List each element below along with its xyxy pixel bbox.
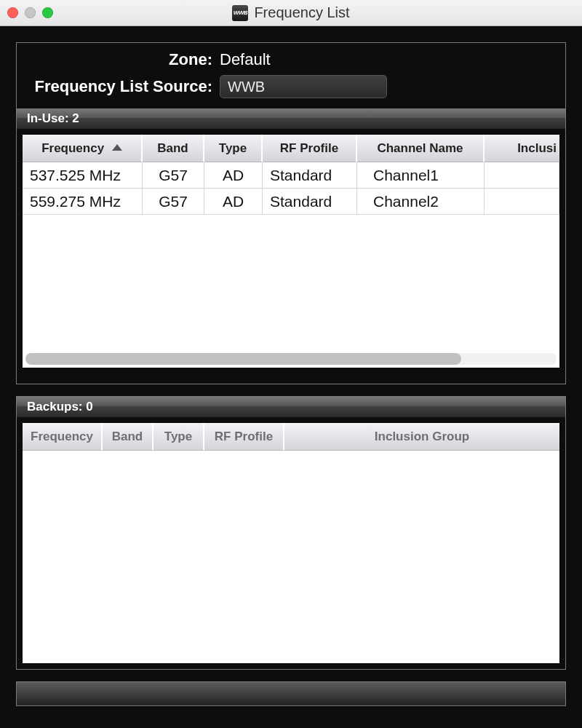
backups-table: Frequency Band Type RF Profile Inclusion… [23, 423, 559, 451]
col-band[interactable]: Band [143, 135, 204, 162]
cell-type: AD [204, 189, 263, 215]
minimize-window-icon[interactable] [25, 7, 36, 18]
table-row[interactable]: 559.275 MHz G57 AD Standard Channel2 [23, 189, 559, 215]
cell-band: G57 [143, 162, 204, 189]
cell-band: G57 [143, 189, 204, 215]
zone-label: Zone: [27, 50, 220, 69]
table-row[interactable]: 537.525 MHz G57 AD Standard Channel1 [23, 162, 559, 189]
window-title: Frequency List [254, 4, 349, 21]
horizontal-scrollbar[interactable] [25, 353, 557, 365]
in-use-table-wrap: Frequency Band Type RF Profile Channel N… [23, 135, 559, 368]
bottom-bar [16, 681, 566, 706]
backups-panel: Backups: 0 Frequency Band Type RF Profil… [16, 396, 566, 670]
cell-frequency: 537.525 MHz [23, 162, 143, 189]
title-bar: WWB Frequency List [0, 0, 582, 26]
traffic-lights [7, 7, 53, 18]
app-icon: WWB [232, 5, 248, 21]
cell-channel-name: Channel2 [357, 189, 485, 215]
bcol-band[interactable]: Band [103, 423, 154, 451]
col-type[interactable]: Type [204, 135, 263, 162]
close-window-icon[interactable] [7, 7, 18, 18]
cell-rf-profile: Standard [263, 162, 357, 189]
cell-type: AD [204, 162, 263, 189]
zoom-window-icon[interactable] [42, 7, 53, 18]
backups-section-header: Backups: 0 [17, 397, 565, 417]
col-frequency[interactable]: Frequency [23, 135, 143, 162]
bcol-inclusion-group[interactable]: Inclusion Group [284, 423, 559, 451]
freq-source-label: Frequency List Source: [27, 77, 220, 96]
in-use-section-header: In-Use: 2 [17, 108, 565, 129]
bcol-frequency[interactable]: Frequency [23, 423, 103, 451]
zone-value: Default [220, 50, 271, 69]
in-use-table: Frequency Band Type RF Profile Channel N… [23, 135, 559, 215]
bcol-rf-profile[interactable]: RF Profile [204, 423, 284, 451]
backups-empty-area [23, 451, 559, 654]
col-channel-name[interactable]: Channel Name [357, 135, 485, 162]
in-use-panel: Zone: Default Frequency List Source: WWB… [16, 42, 566, 384]
bcol-type[interactable]: Type [154, 423, 204, 451]
cell-channel-name: Channel1 [357, 162, 485, 189]
freq-source-select[interactable]: WWB [220, 75, 387, 98]
cell-rf-profile: Standard [263, 189, 357, 215]
sort-asc-icon [112, 144, 122, 151]
col-rf-profile[interactable]: RF Profile [263, 135, 357, 162]
cell-inclusion [485, 162, 559, 189]
col-frequency-label: Frequency [41, 141, 104, 155]
cell-inclusion [485, 189, 559, 215]
col-inclusion[interactable]: Inclusi [485, 135, 559, 162]
backups-table-wrap: Frequency Band Type RF Profile Inclusion… [23, 423, 559, 663]
cell-frequency: 559.275 MHz [23, 189, 143, 215]
scrollbar-thumb[interactable] [25, 353, 461, 365]
